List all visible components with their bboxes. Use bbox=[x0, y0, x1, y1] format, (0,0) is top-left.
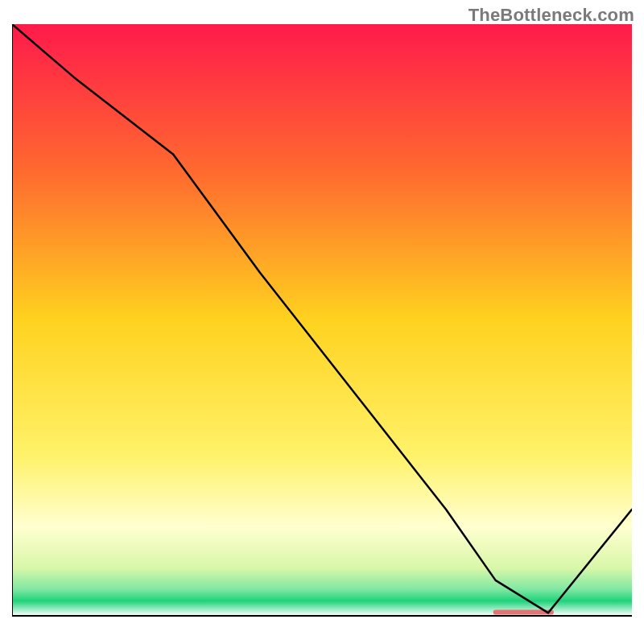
chart-plot-area bbox=[12, 24, 632, 632]
chart-svg bbox=[12, 24, 632, 632]
chart-container: TheBottleneck.com bbox=[0, 0, 644, 644]
chart-background bbox=[12, 24, 632, 616]
watermark-text: TheBottleneck.com bbox=[469, 5, 634, 26]
